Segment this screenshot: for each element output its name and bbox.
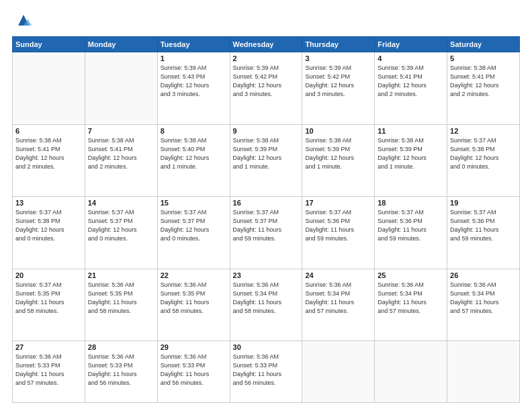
day-number: 13 [15,199,82,207]
day-detail: Sunrise: 5:38 AM Sunset: 5:39 PM Dayligh… [378,136,444,171]
day-number: 26 [450,271,517,279]
day-number: 10 [305,127,371,135]
day-number: 9 [233,127,300,135]
calendar-cell: 3Sunrise: 5:39 AM Sunset: 5:42 PM Daylig… [302,52,375,125]
logo-icon [14,12,32,30]
calendar-cell: 8Sunrise: 5:38 AM Sunset: 5:40 PM Daylig… [157,124,230,197]
day-number: 24 [305,271,371,279]
weekday-header-sunday: Sunday [13,37,85,52]
calendar-cell: 9Sunrise: 5:38 AM Sunset: 5:39 PM Daylig… [230,124,302,197]
day-detail: Sunrise: 5:36 AM Sunset: 5:35 PM Dayligh… [88,281,154,316]
day-number: 23 [233,271,300,279]
calendar-cell: 13Sunrise: 5:37 AM Sunset: 5:38 PM Dayli… [13,197,85,269]
day-detail: Sunrise: 5:37 AM Sunset: 5:37 PM Dayligh… [88,208,154,243]
day-detail: Sunrise: 5:38 AM Sunset: 5:39 PM Dayligh… [233,136,300,171]
day-number: 25 [378,271,444,279]
weekday-header-saturday: Saturday [447,37,520,52]
day-detail: Sunrise: 5:39 AM Sunset: 5:42 PM Dayligh… [233,64,300,99]
weekday-header-wednesday: Wednesday [230,37,302,52]
weekday-header-friday: Friday [375,37,447,52]
day-detail: Sunrise: 5:36 AM Sunset: 5:33 PM Dayligh… [88,353,154,387]
day-number: 19 [450,199,517,207]
calendar-cell: 26Sunrise: 5:36 AM Sunset: 5:34 PM Dayli… [447,269,520,341]
calendar-cell: 17Sunrise: 5:37 AM Sunset: 5:36 PM Dayli… [302,197,375,269]
calendar-cell [13,52,85,125]
day-number: 27 [15,343,82,351]
day-number: 14 [88,199,154,207]
day-detail: Sunrise: 5:36 AM Sunset: 5:34 PM Dayligh… [233,281,300,316]
day-number: 7 [88,127,154,135]
day-number: 18 [378,199,444,207]
calendar-cell: 14Sunrise: 5:37 AM Sunset: 5:37 PM Dayli… [85,197,157,269]
calendar-cell: 25Sunrise: 5:36 AM Sunset: 5:34 PM Dayli… [375,269,447,341]
day-detail: Sunrise: 5:38 AM Sunset: 5:40 PM Dayligh… [161,136,227,171]
day-detail: Sunrise: 5:39 AM Sunset: 5:43 PM Dayligh… [161,64,227,99]
calendar-cell: 22Sunrise: 5:36 AM Sunset: 5:35 PM Dayli… [157,269,230,341]
day-detail: Sunrise: 5:36 AM Sunset: 5:33 PM Dayligh… [161,353,227,387]
day-detail: Sunrise: 5:38 AM Sunset: 5:41 PM Dayligh… [15,136,82,171]
day-detail: Sunrise: 5:37 AM Sunset: 5:37 PM Dayligh… [161,208,227,243]
calendar-cell: 1Sunrise: 5:39 AM Sunset: 5:43 PM Daylig… [157,52,230,125]
calendar-cell: 16Sunrise: 5:37 AM Sunset: 5:37 PM Dayli… [230,197,302,269]
calendar-cell: 6Sunrise: 5:38 AM Sunset: 5:41 PM Daylig… [13,124,85,197]
calendar-cell: 2Sunrise: 5:39 AM Sunset: 5:42 PM Daylig… [230,52,302,125]
calendar-cell: 24Sunrise: 5:36 AM Sunset: 5:34 PM Dayli… [302,269,375,341]
weekday-header-row: SundayMondayTuesdayWednesdayThursdayFrid… [13,37,520,52]
day-detail: Sunrise: 5:36 AM Sunset: 5:34 PM Dayligh… [305,281,371,316]
day-detail: Sunrise: 5:37 AM Sunset: 5:36 PM Dayligh… [305,208,371,243]
calendar-cell [85,52,157,125]
day-number: 16 [233,199,300,207]
day-number: 1 [161,54,227,62]
day-detail: Sunrise: 5:37 AM Sunset: 5:38 PM Dayligh… [15,208,82,243]
calendar-cell: 21Sunrise: 5:36 AM Sunset: 5:35 PM Dayli… [85,269,157,341]
calendar-cell: 10Sunrise: 5:38 AM Sunset: 5:39 PM Dayli… [302,124,375,197]
weekday-header-tuesday: Tuesday [157,37,230,52]
day-number: 17 [305,199,371,207]
day-number: 3 [305,54,371,62]
day-number: 21 [88,271,154,279]
day-detail: Sunrise: 5:36 AM Sunset: 5:34 PM Dayligh… [450,281,517,316]
calendar-cell: 27Sunrise: 5:36 AM Sunset: 5:33 PM Dayli… [13,341,85,403]
calendar-cell: 29Sunrise: 5:36 AM Sunset: 5:33 PM Dayli… [157,341,230,403]
calendar-cell: 28Sunrise: 5:36 AM Sunset: 5:33 PM Dayli… [85,341,157,403]
day-number: 6 [15,127,82,135]
calendar-cell: 18Sunrise: 5:37 AM Sunset: 5:36 PM Dayli… [375,197,447,269]
day-number: 2 [233,54,300,62]
calendar-cell [447,341,520,403]
day-detail: Sunrise: 5:36 AM Sunset: 5:35 PM Dayligh… [161,281,227,316]
calendar-cell: 4Sunrise: 5:39 AM Sunset: 5:41 PM Daylig… [375,52,447,125]
logo [12,12,32,30]
day-number: 11 [378,127,444,135]
weekday-header-thursday: Thursday [302,37,375,52]
day-number: 15 [161,199,227,207]
day-detail: Sunrise: 5:37 AM Sunset: 5:36 PM Dayligh… [378,208,444,243]
calendar-cell: 15Sunrise: 5:37 AM Sunset: 5:37 PM Dayli… [157,197,230,269]
day-detail: Sunrise: 5:39 AM Sunset: 5:42 PM Dayligh… [305,64,371,99]
day-detail: Sunrise: 5:36 AM Sunset: 5:33 PM Dayligh… [233,353,300,387]
calendar-cell: 11Sunrise: 5:38 AM Sunset: 5:39 PM Dayli… [375,124,447,197]
day-number: 20 [15,271,82,279]
page: SundayMondayTuesdayWednesdayThursdayFrid… [0,0,532,411]
calendar-cell: 23Sunrise: 5:36 AM Sunset: 5:34 PM Dayli… [230,269,302,341]
calendar-cell: 12Sunrise: 5:37 AM Sunset: 5:38 PM Dayli… [447,124,520,197]
day-number: 8 [161,127,227,135]
day-detail: Sunrise: 5:38 AM Sunset: 5:41 PM Dayligh… [88,136,154,171]
calendar-cell: 20Sunrise: 5:37 AM Sunset: 5:35 PM Dayli… [13,269,85,341]
calendar-cell: 30Sunrise: 5:36 AM Sunset: 5:33 PM Dayli… [230,341,302,403]
day-detail: Sunrise: 5:36 AM Sunset: 5:33 PM Dayligh… [15,353,82,387]
day-number: 5 [450,54,517,62]
calendar-cell [375,341,447,403]
day-number: 12 [450,127,517,135]
day-number: 4 [378,54,444,62]
day-detail: Sunrise: 5:39 AM Sunset: 5:41 PM Dayligh… [378,64,444,99]
day-detail: Sunrise: 5:37 AM Sunset: 5:38 PM Dayligh… [450,136,517,171]
calendar-cell: 7Sunrise: 5:38 AM Sunset: 5:41 PM Daylig… [85,124,157,197]
day-detail: Sunrise: 5:36 AM Sunset: 5:34 PM Dayligh… [378,281,444,316]
calendar-cell: 19Sunrise: 5:37 AM Sunset: 5:36 PM Dayli… [447,197,520,269]
weekday-header-monday: Monday [85,37,157,52]
day-number: 29 [161,343,227,351]
day-detail: Sunrise: 5:38 AM Sunset: 5:41 PM Dayligh… [450,64,517,99]
header [12,12,520,30]
calendar-cell [302,341,375,403]
day-detail: Sunrise: 5:38 AM Sunset: 5:39 PM Dayligh… [305,136,371,171]
